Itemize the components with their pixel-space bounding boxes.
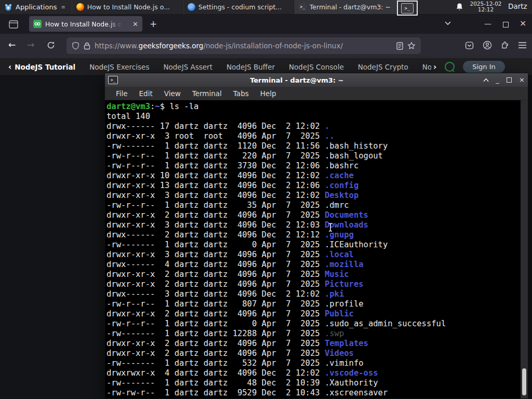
terminal-output-line: -rw------- 1 dartz dartz 532 Apr 7 2025 … (107, 358, 528, 368)
panel-window-button[interactable]: >_Terminal - dartz@vm3: ~ (294, 0, 405, 14)
panel-clock[interactable]: 2025-12-02 12:12 (469, 1, 503, 12)
terminal-output-line: drwxr-xr-x 2 dartz dartz 4096 Apr 7 2025… (107, 270, 528, 280)
file-name: .vscode-oss (325, 368, 378, 378)
site-nav-item[interactable]: NodeJS Crypto (358, 63, 408, 71)
file-name: Videos (325, 349, 354, 358)
site-nav-item-label: NodeJS Buffer (227, 63, 275, 71)
reader-mode-icon[interactable] (396, 42, 403, 50)
window-close-button[interactable]: × (520, 18, 526, 28)
search-icon[interactable] (445, 62, 455, 72)
terminal-minimize-button[interactable]: _ (496, 77, 500, 83)
file-meta: drwxr-xr-x 2 dartz dartz 4096 Apr 7 2025 (107, 270, 325, 279)
terminal-menu-terminal[interactable]: Terminal (187, 89, 228, 98)
terminal-scrollbar[interactable] (521, 100, 528, 398)
terminal-screen[interactable]: dartz@vm3:~$ ls -la total 140 drwx------… (105, 100, 528, 398)
file-meta: -rw------- 1 dartz dartz 532 Apr 7 2025 (107, 358, 325, 368)
file-meta: drwxr-xr-x 13 dartz dartz 4096 Dec 2 12:… (107, 181, 325, 190)
user-menu[interactable]: Dartz (508, 2, 527, 10)
bookmark-star-icon[interactable] (407, 42, 416, 50)
terminal-output-line: -rw-r--r-- 1 dartz dartz 0 Apr 7 2025 .s… (107, 319, 528, 329)
terminal-app-icon: >_ (108, 76, 118, 84)
panel-window-button[interactable]: How to Install Node.js o... (72, 0, 183, 14)
file-meta: drwxr-xr-x 3 root root 4096 Apr 7 2025 (107, 131, 325, 141)
tab-list-chevron-icon[interactable] (444, 20, 451, 25)
terminal-output-line: drwxr-xr-x 2 dartz dartz 4096 Apr 7 2025… (107, 210, 528, 220)
firefox-view-icon[interactable] (6, 18, 21, 31)
lock-icon[interactable] (84, 42, 90, 50)
panel-window-button[interactable]: Settings - codium script... (183, 0, 294, 14)
file-name: Desktop (325, 191, 358, 200)
terminal-output-line: drwxr-xr-x 3 dartz dartz 4096 Apr 7 2025… (107, 250, 528, 260)
chevron-left-icon: ‹ (8, 62, 11, 72)
terminal-output-line: -rw-r--r-- 1 dartz dartz 220 Apr 7 2025 … (107, 151, 528, 161)
file-name: .profile (325, 299, 364, 309)
mouse-ibeam-cursor (327, 222, 334, 232)
geeksforgeeks-favicon (33, 20, 42, 28)
terminal-menu-file[interactable]: File (110, 89, 134, 98)
terminal-shade-button[interactable] (483, 78, 489, 82)
file-name: .viminfo (325, 358, 364, 368)
new-tab-button[interactable]: + (150, 19, 157, 29)
site-nav-item[interactable]: NodeJS Console (289, 63, 344, 71)
site-nav-item[interactable]: ‹NodeJS Tutorial (8, 62, 75, 72)
browser-tab[interactable]: How to Install Node.js on ✕ (29, 16, 142, 32)
file-meta: drwx------ 4 dartz dartz 4096 Apr 7 2025 (107, 260, 325, 269)
total-line: total 140 (107, 112, 528, 122)
pocket-icon[interactable] (465, 41, 474, 50)
file-meta: drwxr-xr-x 2 dartz dartz 4096 Apr 7 2025 (107, 339, 325, 348)
terminal-output-line: drwxrwxr-x 4 dartz dartz 4096 Dec 2 12:0… (107, 368, 528, 378)
file-meta: -rw-rw-r-- 1 dartz dartz 9529 Dec 2 10:4… (107, 388, 325, 397)
back-button[interactable]: ← (8, 39, 16, 50)
file-name: .ICEauthority (325, 240, 388, 249)
reload-button[interactable] (47, 41, 55, 49)
extensions-icon[interactable] (501, 41, 509, 50)
file-name: Documents (325, 210, 368, 220)
tray-terminal-indicator[interactable]: >_ (397, 1, 418, 16)
site-nav-item[interactable]: NodeJS Exercises (89, 63, 149, 71)
terminal-menu-help[interactable]: Help (255, 89, 282, 98)
site-nav-item[interactable]: NodeJS Buffer (227, 63, 275, 71)
forward-button[interactable]: → (27, 39, 34, 50)
terminal-output-line: drwx------ 4 dartz dartz 4096 Apr 7 2025… (107, 260, 528, 270)
panel-window-buttons: How to Install Node.js o...Settings - co… (72, 0, 405, 14)
terminal-scrollbar-thumb[interactable] (522, 368, 526, 395)
window-minimize-button[interactable]: — (484, 19, 491, 28)
window-maximize-button[interactable] (503, 22, 509, 28)
tab-close-icon[interactable]: ✕ (132, 20, 138, 28)
url-bar[interactable]: https://www.geeksforgeeks.org/node-js/in… (66, 37, 421, 54)
shield-icon[interactable] (72, 42, 79, 50)
panel-window-title: Settings - codium script... (198, 3, 282, 11)
site-nav-item-label: NodeJS Assert (163, 63, 212, 71)
file-meta: -rw------- 1 dartz dartz 1120 Dec 2 11:5… (107, 141, 325, 151)
file-meta: drwxr-xr-x 2 dartz dartz 4096 Apr 7 2025 (107, 349, 325, 358)
file-name: .local (325, 250, 354, 259)
terminal-maximize-button[interactable] (507, 77, 512, 83)
terminal-titlebar[interactable]: >_ Terminal - dartz@vm3: ~ _ × (105, 73, 528, 87)
file-meta: -rw------- 1 dartz dartz 0 Apr 7 2025 (107, 240, 325, 249)
terminal-output-line: drwx------ 2 dartz dartz 4096 Dec 2 12:1… (107, 230, 528, 240)
sign-in-button[interactable]: Sign In (463, 61, 505, 73)
terminal-output-line: -rw-r--r-- 1 dartz dartz 807 Apr 7 2025 … (107, 299, 528, 309)
account-icon[interactable] (483, 41, 492, 50)
file-meta: drwxr-xr-x 2 dartz dartz 4096 Apr 7 2025 (107, 280, 325, 289)
menu-hamburger-icon[interactable] (518, 42, 527, 49)
file-meta: drwx------ 2 dartz dartz 4096 Dec 2 12:1… (107, 230, 325, 240)
terminal-menu-view[interactable]: View (158, 89, 187, 98)
file-name: Public (325, 309, 354, 318)
site-nav-item[interactable]: NodeJS Assert (163, 63, 212, 71)
terminal-output-line: -rw------- 1 dartz dartz 1120 Dec 2 11:5… (107, 141, 528, 151)
file-name: . (325, 122, 329, 131)
notification-bell-icon[interactable] (455, 3, 464, 11)
applications-menu-button[interactable]: Applications ≡ (0, 0, 70, 14)
terminal-menu-edit[interactable]: Edit (134, 89, 158, 98)
file-meta: drwxr-xr-x 2 dartz dartz 4096 Apr 7 2025 (107, 309, 325, 318)
file-meta: -rw-r--r-- 1 dartz dartz 35 Apr 7 2025 (107, 201, 325, 210)
terminal-menu-tabs[interactable]: Tabs (228, 89, 255, 98)
terminal-close-button[interactable]: × (519, 77, 525, 83)
file-meta: drwx------ 17 dartz dartz 4096 Dec 2 12:… (107, 122, 325, 131)
terminal-output-line: drwx------ 3 dartz dartz 4096 Dec 2 12:0… (107, 289, 528, 299)
toolbar-right-icons (465, 41, 527, 50)
firefox-icon (76, 3, 84, 11)
chevron-right-icon[interactable]: › (433, 62, 436, 72)
file-meta: drwx------ 3 dartz dartz 4096 Dec 2 12:0… (107, 289, 325, 299)
